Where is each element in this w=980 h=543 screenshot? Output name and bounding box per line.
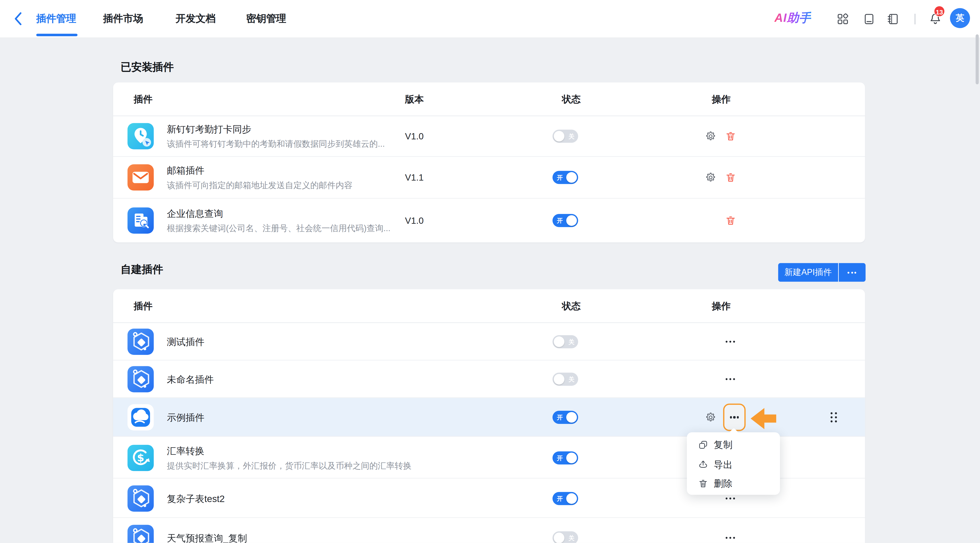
plugin-name: 企业信息查询 [167,208,390,219]
toggle-label: 开 [557,411,563,424]
plugin-desc: 该插件可向指定的邮箱地址发送自定义的邮件内容 [167,181,352,190]
menu-item-delete[interactable]: 删除 [687,475,780,492]
hex-puzzle-plugin-icon [127,366,154,392]
new-api-plugin-button[interactable]: 新建API插件 [778,263,838,282]
notification-badge: 13 [934,6,945,17]
status-toggle[interactable]: 开 [553,411,578,424]
plugin-desc: 根据搜索关键词(公司名、注册号、社会统一信用代码)查询... [167,224,390,233]
drag-handle-icon[interactable] [829,411,838,424]
installed-plugins-table: 插件 版本 状态 操作 新钉钉考勤打卡同步 该插件可将钉钉考勤中的考勤和请假数据… [113,83,865,242]
back-button[interactable] [13,11,24,26]
col-status: 状态 [562,83,581,116]
toggle-knob [554,336,565,347]
row-actions-context-menu: 复制 导出 删除 [687,432,780,495]
col-plugin: 插件 [134,83,153,116]
plugin-name: 示例插件 [167,412,204,423]
toggle-label: 关 [568,335,574,348]
plugin-management-screen: 插件管理 插件市场 开发文档 密钥管理 AI助手 [0,0,980,543]
more-actions-button[interactable] [725,378,735,380]
hex-puzzle-plugin-icon [127,524,154,543]
copy-icon [698,440,708,450]
notebook-icon[interactable] [886,13,899,25]
plugin-name: 未命名插件 [167,374,213,384]
menu-item-copy[interactable]: 复制 [687,436,780,454]
scrollbar-thumb[interactable] [975,34,978,84]
status-toggle[interactable]: 关 [553,335,578,348]
plugin-name: 复杂子表test2 [167,493,225,503]
menu-item-export[interactable]: 导出 [687,456,780,473]
export-icon [698,460,708,470]
more-actions-button[interactable] [725,340,735,342]
avatar[interactable]: 英 [950,8,970,28]
status-toggle[interactable]: 开 [553,171,578,184]
plugin-version: V1.0 [405,131,424,141]
installed-section-title: 已安装插件 [121,60,174,75]
menu-item-label: 复制 [714,436,733,454]
settings-gear-icon[interactable] [705,172,716,183]
attendance-sync-plugin-icon [127,123,154,149]
exchange-rate-plugin-icon: $ [127,445,154,471]
toggle-knob [554,131,565,141]
more-actions-button-highlighted[interactable] [723,403,746,431]
status-toggle[interactable]: 关 [553,373,578,386]
delete-icon [698,478,708,489]
table-row: 未命名插件 关 [113,360,865,398]
tab-dev-docs[interactable]: 开发文档 [176,0,216,37]
toggle-label: 关 [568,373,574,386]
plugin-text: 企业信息查询 根据搜索关键词(公司名、注册号、社会统一信用代码)查询... [167,208,390,233]
hex-puzzle-plugin-icon [127,329,154,355]
toggle-label: 开 [557,451,563,464]
plugin-desc: 提供实时汇率换算，外汇报价，货币汇率以及币种之间的汇率转换 [167,461,412,470]
toggle-label: 关 [568,531,574,543]
toggle-knob [566,215,577,226]
plugin-name: 天气预报查询_复制 [167,532,247,543]
docs-book-icon[interactable] [862,13,875,25]
app-header: 插件管理 插件市场 开发文档 密钥管理 AI助手 [0,0,980,38]
toggle-label: 开 [557,171,563,184]
table-row: 企业信息查询 根据搜索关键词(公司名、注册号、社会统一信用代码)查询... V1… [113,198,865,242]
tab-key-management[interactable]: 密钥管理 [247,0,286,37]
status-toggle[interactable]: 关 [553,531,578,543]
status-toggle[interactable]: 开 [553,451,578,464]
plugin-text: 新钉钉考勤打卡同步 该插件可将钉钉考勤中的考勤和请假数据同步到英雄云的... [167,124,385,149]
status-toggle[interactable]: 关 [553,130,578,143]
tab-plugin-management[interactable]: 插件管理 [36,0,76,37]
toggle-label: 开 [557,492,563,505]
orange-pointer-arrow [751,408,776,429]
settings-gear-icon[interactable] [705,130,716,142]
new-plugin-more-button[interactable] [838,263,865,282]
plugin-desc: 该插件可将钉钉考勤中的考勤和请假数据同步到英雄云的... [167,139,385,149]
more-actions-button[interactable] [725,537,735,538]
svg-text:$: $ [137,451,144,463]
toggle-label: 关 [568,130,574,143]
toggle-label: 开 [557,214,563,227]
status-toggle[interactable]: 开 [553,214,578,227]
tab-plugin-market[interactable]: 插件市场 [103,0,143,37]
table-row: 天气预报查询_复制 关 [113,518,865,543]
plugin-text: 邮箱插件 该插件可向指定的邮箱地址发送自定义的邮件内容 [167,165,352,190]
col-actions: 操作 [712,83,730,116]
table-row: 测试插件 关 [113,322,865,360]
menu-item-label: 导出 [714,456,733,473]
toggle-knob [566,412,577,423]
plugin-name: 汇率转换 [167,445,412,456]
back-chevron-icon [13,11,24,26]
more-actions-button[interactable] [725,497,735,499]
mail-plugin-icon [127,165,154,191]
settings-gear-icon[interactable] [705,412,716,423]
delete-trash-icon[interactable] [725,215,737,226]
toggle-knob [554,374,565,384]
plugin-text: 汇率转换 提供实时汇率换算，外汇报价，货币汇率以及币种之间的汇率转换 [167,445,412,470]
col-status: 状态 [562,289,581,322]
apps-grid-icon[interactable] [836,13,850,25]
status-toggle[interactable]: 开 [553,492,578,505]
toggle-knob [566,172,577,183]
ai-assistant-logo[interactable]: AI助手 [775,10,811,26]
plugin-version: V1.0 [405,216,424,225]
delete-trash-icon[interactable] [725,172,737,183]
toggle-knob [554,532,565,543]
active-tab-underline [36,34,78,36]
delete-trash-icon[interactable] [725,130,737,142]
toggle-knob [566,493,577,503]
plugin-name: 邮箱插件 [167,165,352,176]
